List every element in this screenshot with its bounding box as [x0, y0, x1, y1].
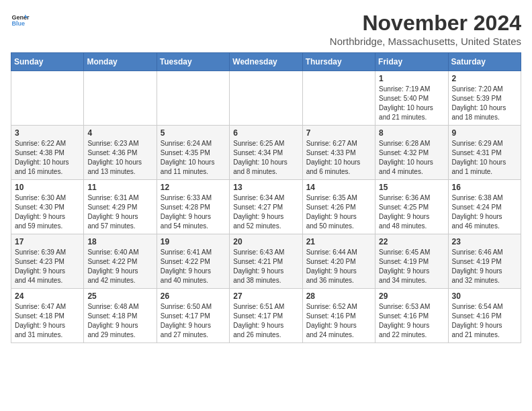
calendar-cell: 20Sunrise: 6:43 AM Sunset: 4:21 PM Dayli…: [230, 234, 302, 289]
day-number: 6: [233, 128, 298, 138]
calendar-cell: [302, 71, 375, 126]
day-info: Sunrise: 6:30 AM Sunset: 4:30 PM Dayligh…: [15, 193, 80, 231]
day-number: 11: [87, 183, 152, 192]
day-number: 26: [161, 291, 226, 301]
day-info: Sunrise: 6:35 AM Sunset: 4:26 PM Dayligh…: [306, 193, 371, 231]
calendar-cell: [157, 71, 229, 126]
calendar-cell: 21Sunrise: 6:44 AM Sunset: 4:20 PM Dayli…: [302, 234, 375, 289]
weekday-header-monday: Monday: [84, 53, 157, 71]
day-number: 2: [452, 74, 517, 83]
day-info: Sunrise: 6:33 AM Sunset: 4:28 PM Dayligh…: [161, 193, 226, 231]
month-title: November 2024: [330, 11, 521, 36]
day-info: Sunrise: 6:39 AM Sunset: 4:23 PM Dayligh…: [15, 248, 80, 285]
day-number: 9: [452, 128, 517, 138]
weekday-header-thursday: Thursday: [302, 53, 375, 71]
day-number: 21: [306, 237, 371, 246]
day-info: Sunrise: 6:52 AM Sunset: 4:16 PM Dayligh…: [306, 302, 371, 340]
day-info: Sunrise: 6:43 AM Sunset: 4:21 PM Dayligh…: [233, 248, 298, 285]
calendar-cell: 29Sunrise: 6:53 AM Sunset: 4:16 PM Dayli…: [375, 289, 448, 343]
day-number: 3: [15, 128, 80, 138]
calendar-cell: 19Sunrise: 6:41 AM Sunset: 4:22 PM Dayli…: [157, 234, 229, 289]
location-title: Northbridge, Massachusetts, United State…: [330, 36, 521, 47]
calendar-cell: 2Sunrise: 7:20 AM Sunset: 5:39 PM Daylig…: [448, 71, 521, 126]
day-info: Sunrise: 6:54 AM Sunset: 4:16 PM Dayligh…: [452, 302, 517, 340]
day-number: 14: [306, 183, 371, 192]
calendar-table: SundayMondayTuesdayWednesdayThursdayFrid…: [11, 52, 521, 343]
day-number: 17: [15, 237, 80, 246]
day-info: Sunrise: 6:48 AM Sunset: 4:18 PM Dayligh…: [87, 302, 152, 340]
day-info: Sunrise: 6:36 AM Sunset: 4:25 PM Dayligh…: [379, 193, 444, 231]
day-number: 7: [306, 128, 371, 138]
calendar-cell: 11Sunrise: 6:31 AM Sunset: 4:29 PM Dayli…: [84, 180, 157, 234]
day-number: 1: [379, 74, 444, 83]
day-number: 15: [379, 183, 444, 192]
calendar-cell: [230, 71, 302, 126]
calendar-cell: 4Sunrise: 6:23 AM Sunset: 4:36 PM Daylig…: [84, 126, 157, 180]
calendar-cell: 13Sunrise: 6:34 AM Sunset: 4:27 PM Dayli…: [230, 180, 302, 234]
day-number: 28: [306, 291, 371, 301]
calendar-week-row: 10Sunrise: 6:30 AM Sunset: 4:30 PM Dayli…: [11, 180, 521, 234]
day-info: Sunrise: 6:45 AM Sunset: 4:19 PM Dayligh…: [379, 248, 444, 285]
day-info: Sunrise: 7:20 AM Sunset: 5:39 PM Dayligh…: [452, 85, 517, 122]
calendar-cell: 24Sunrise: 6:47 AM Sunset: 4:18 PM Dayli…: [11, 289, 84, 343]
weekday-header-tuesday: Tuesday: [157, 53, 229, 71]
day-info: Sunrise: 6:50 AM Sunset: 4:17 PM Dayligh…: [161, 302, 226, 340]
day-info: Sunrise: 6:24 AM Sunset: 4:35 PM Dayligh…: [161, 139, 226, 177]
day-number: 29: [379, 291, 444, 301]
day-info: Sunrise: 6:22 AM Sunset: 4:38 PM Dayligh…: [15, 139, 80, 177]
day-info: Sunrise: 6:44 AM Sunset: 4:20 PM Dayligh…: [306, 248, 371, 285]
calendar-cell: 25Sunrise: 6:48 AM Sunset: 4:18 PM Dayli…: [84, 289, 157, 343]
day-number: 25: [87, 291, 152, 301]
calendar-cell: 26Sunrise: 6:50 AM Sunset: 4:17 PM Dayli…: [157, 289, 229, 343]
calendar-cell: 10Sunrise: 6:30 AM Sunset: 4:30 PM Dayli…: [11, 180, 84, 234]
day-info: Sunrise: 6:34 AM Sunset: 4:27 PM Dayligh…: [233, 193, 298, 231]
calendar-cell: [84, 71, 157, 126]
day-number: 24: [15, 291, 80, 301]
calendar-cell: 7Sunrise: 6:27 AM Sunset: 4:33 PM Daylig…: [302, 126, 375, 180]
calendar-cell: 5Sunrise: 6:24 AM Sunset: 4:35 PM Daylig…: [157, 126, 229, 180]
day-number: 4: [87, 128, 152, 138]
day-number: 16: [452, 183, 517, 192]
calendar-cell: 23Sunrise: 6:46 AM Sunset: 4:19 PM Dayli…: [448, 234, 521, 289]
day-info: Sunrise: 6:47 AM Sunset: 4:18 PM Dayligh…: [15, 302, 80, 340]
calendar-cell: 27Sunrise: 6:51 AM Sunset: 4:17 PM Dayli…: [230, 289, 302, 343]
calendar-cell: 30Sunrise: 6:54 AM Sunset: 4:16 PM Dayli…: [448, 289, 521, 343]
calendar-cell: 28Sunrise: 6:52 AM Sunset: 4:16 PM Dayli…: [302, 289, 375, 343]
day-info: Sunrise: 6:46 AM Sunset: 4:19 PM Dayligh…: [452, 248, 517, 285]
logo: General Blue: [11, 11, 30, 30]
day-number: 8: [379, 128, 444, 138]
calendar-cell: 12Sunrise: 6:33 AM Sunset: 4:28 PM Dayli…: [157, 180, 229, 234]
weekday-header-friday: Friday: [375, 53, 448, 71]
page-header: General Blue November 2024 Northbridge, …: [11, 11, 521, 47]
weekday-header-saturday: Saturday: [448, 53, 521, 71]
calendar-cell: 1Sunrise: 7:19 AM Sunset: 5:40 PM Daylig…: [375, 71, 448, 126]
day-info: Sunrise: 6:29 AM Sunset: 4:31 PM Dayligh…: [452, 139, 517, 177]
calendar-week-row: 17Sunrise: 6:39 AM Sunset: 4:23 PM Dayli…: [11, 234, 521, 289]
calendar-week-row: 3Sunrise: 6:22 AM Sunset: 4:38 PM Daylig…: [11, 126, 521, 180]
day-info: Sunrise: 6:40 AM Sunset: 4:22 PM Dayligh…: [87, 248, 152, 285]
day-info: Sunrise: 6:41 AM Sunset: 4:22 PM Dayligh…: [161, 248, 226, 285]
day-number: 22: [379, 237, 444, 246]
calendar-cell: 18Sunrise: 6:40 AM Sunset: 4:22 PM Dayli…: [84, 234, 157, 289]
day-info: Sunrise: 6:53 AM Sunset: 4:16 PM Dayligh…: [379, 302, 444, 340]
calendar-cell: 16Sunrise: 6:38 AM Sunset: 4:24 PM Dayli…: [448, 180, 521, 234]
day-number: 12: [161, 183, 226, 192]
weekday-header-row: SundayMondayTuesdayWednesdayThursdayFrid…: [11, 53, 521, 71]
calendar-cell: 8Sunrise: 6:28 AM Sunset: 4:32 PM Daylig…: [375, 126, 448, 180]
day-number: 18: [87, 237, 152, 246]
calendar-cell: 6Sunrise: 6:25 AM Sunset: 4:34 PM Daylig…: [230, 126, 302, 180]
day-number: 10: [15, 183, 80, 192]
calendar-cell: 9Sunrise: 6:29 AM Sunset: 4:31 PM Daylig…: [448, 126, 521, 180]
calendar-cell: 14Sunrise: 6:35 AM Sunset: 4:26 PM Dayli…: [302, 180, 375, 234]
day-number: 27: [233, 291, 298, 301]
weekday-header-sunday: Sunday: [11, 53, 84, 71]
logo-icon: General Blue: [11, 11, 30, 30]
day-info: Sunrise: 6:25 AM Sunset: 4:34 PM Dayligh…: [233, 139, 298, 177]
day-info: Sunrise: 6:23 AM Sunset: 4:36 PM Dayligh…: [87, 139, 152, 177]
day-number: 13: [233, 183, 298, 192]
day-info: Sunrise: 6:27 AM Sunset: 4:33 PM Dayligh…: [306, 139, 371, 177]
day-info: Sunrise: 6:28 AM Sunset: 4:32 PM Dayligh…: [379, 139, 444, 177]
calendar-cell: [11, 71, 84, 126]
calendar-cell: 15Sunrise: 6:36 AM Sunset: 4:25 PM Dayli…: [375, 180, 448, 234]
calendar-week-row: 24Sunrise: 6:47 AM Sunset: 4:18 PM Dayli…: [11, 289, 521, 343]
